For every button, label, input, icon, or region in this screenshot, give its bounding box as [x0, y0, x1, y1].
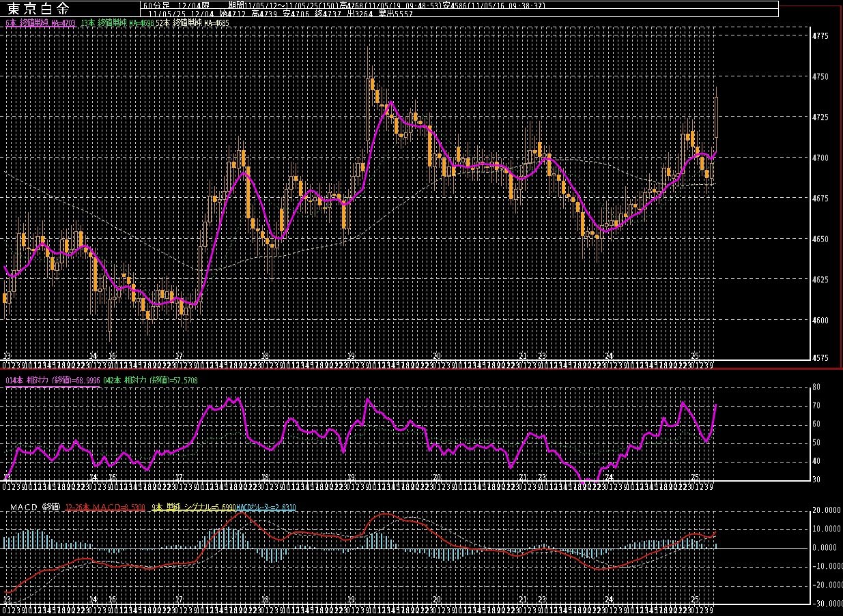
header-quote-line: 11/05/25 12/04 始4712 高4739 安4706 終4737 出… [148, 9, 399, 17]
hour-label-macd: 1 [609, 605, 614, 613]
legend-ma52[interactable]: 52本 終値単純 MA=4685 [156, 18, 243, 27]
hour-label-main: 0 [346, 361, 351, 369]
hour-label-rsi: 2 [184, 482, 188, 490]
price-axis-label: 4775 [812, 31, 831, 39]
hour-label-rsi: 0 [174, 482, 179, 490]
hour-label-rsi: 2 [614, 482, 618, 490]
hour-label-main: 2 [356, 361, 360, 369]
hour-label-macd: 0 [432, 605, 437, 613]
hour-label-rsi: 1 [351, 482, 356, 490]
date-label-macd: 14 [89, 595, 98, 603]
date-label-main: 24 [605, 351, 614, 360]
hour-label-main: 0 [690, 361, 695, 369]
rsi-axis-label: 40 [812, 456, 821, 464]
hour-label-rsi: 0 [260, 482, 265, 490]
hour-label-main: 2 [270, 361, 274, 369]
hour-label-macd: 0 [690, 605, 695, 613]
hour-label-rsi: 0 [2, 482, 7, 490]
hour-label-macd: 2 [270, 605, 274, 613]
hour-label-macd: 3 [618, 605, 623, 613]
hour-label-macd: 2 [614, 605, 618, 613]
chart-window: 東京白金 60分足 12/04限 期間11/05/12～11/05/25(150… [0, 0, 843, 616]
macd-axis-label: -20.0000 [812, 580, 843, 588]
hour-label-main: 0 [2, 361, 7, 369]
hour-label-macd: 1 [7, 605, 12, 613]
legend-rsi42[interactable]: 042本 相対力 (終値)=57.5708 [103, 376, 216, 384]
hour-label-macd: 2 [442, 605, 446, 613]
hour-label-main: 0 [518, 361, 523, 369]
legend-macd-osc[interactable]: MACDｵｼﾚｰﾀｰ=2.8310 [236, 503, 309, 511]
legend-ma13[interactable]: 13本 終値単純 MA=4698 [81, 18, 168, 27]
hour-label-macd: 1 [351, 605, 356, 613]
hour-label-macd: 1 [93, 605, 98, 613]
hour-label-macd: 3 [532, 605, 537, 613]
hour-label-main: 2 [700, 361, 704, 369]
date-label-macd: 21 [519, 595, 528, 603]
hour-label-rsi: 0 [690, 482, 695, 490]
hour-label-rsi: 1 [695, 482, 700, 490]
hour-label-macd: 0 [88, 605, 93, 613]
hour-label-rsi: 2 [700, 482, 704, 490]
hour-label-macd: 0 [174, 605, 179, 613]
hour-label-macd: 2 [700, 605, 704, 613]
legend-macd-signal[interactable]: 9本 単純 シグナル=5.6990 [152, 503, 250, 511]
hour-label-macd: 0 [518, 605, 523, 613]
rsi-axis-label: 30 [812, 474, 821, 482]
hour-label-main: 2 [614, 361, 618, 369]
date-label-main: 23 [538, 351, 547, 360]
hour-label-rsi: 3 [532, 482, 537, 490]
date-label-macd: 23 [538, 595, 547, 603]
hour-label-rsi: 9 [709, 482, 714, 490]
hour-label-main: 3 [16, 361, 21, 369]
chart-canvas[interactable] [0, 0, 843, 616]
hour-label-rsi: 0 [432, 482, 437, 490]
hour-label-main: 2 [12, 361, 16, 369]
hour-label-main: 2 [184, 361, 188, 369]
date-label-rsi: 24 [605, 473, 614, 481]
date-label-rsi: 17 [175, 473, 184, 481]
hour-label-macd: 3 [360, 605, 365, 613]
price-axis-label: 4575 [812, 353, 831, 361]
date-label-rsi: 13 [3, 473, 12, 481]
hour-label-rsi: 2 [442, 482, 446, 490]
macd-axis-label: 0.0000 [812, 542, 840, 551]
date-label-main: 13 [3, 351, 12, 360]
hour-label-main: 1 [7, 361, 12, 369]
hour-label-main: 2 [528, 361, 532, 369]
hour-label-main: 1 [351, 361, 356, 369]
hour-label-main: 1 [695, 361, 700, 369]
hour-label-macd: 2 [98, 605, 102, 613]
date-label-rsi: 19 [347, 473, 356, 481]
legend-macd-line[interactable]: 12-26本 ＭＡＣＤ=8.5300 [65, 503, 161, 511]
hour-label-rsi: 2 [356, 482, 360, 490]
price-axis-label: 4625 [812, 274, 831, 282]
hour-label-rsi: 0 [518, 482, 523, 490]
price-axis-label: 4650 [812, 234, 831, 242]
hour-label-macd: 0 [260, 605, 265, 613]
date-label-macd: 20 [433, 595, 442, 603]
price-axis-label: 4700 [812, 153, 831, 161]
legend-ma6[interactable]: 6本 終値単純 MA=4703 [5, 18, 88, 27]
rsi-axis-label: 50 [812, 437, 821, 445]
hour-label-rsi: 3 [274, 482, 279, 490]
hour-label-rsi: 2 [270, 482, 274, 490]
hour-label-rsi: 2 [98, 482, 102, 490]
legend-rsi14[interactable]: 014本 相対力 (終値)=68.9996 [5, 376, 118, 384]
hour-label-main: 0 [260, 361, 265, 369]
hour-label-macd: 1 [523, 605, 528, 613]
hour-label-main: 3 [188, 361, 193, 369]
hour-label-rsi: 1 [93, 482, 98, 490]
hour-label-macd: 1 [437, 605, 442, 613]
hour-label-main: 1 [523, 361, 528, 369]
date-label-macd: 17 [175, 595, 184, 603]
date-label-rsi: 18 [261, 473, 270, 481]
hour-label-macd: 3 [102, 605, 107, 613]
hour-label-rsi: 2 [12, 482, 16, 490]
hour-label-macd: 1 [695, 605, 700, 613]
date-label-rsi: 25 [691, 473, 700, 481]
hour-label-macd: 3 [188, 605, 193, 613]
hour-label-main: 0 [174, 361, 179, 369]
hour-label-main: 1 [93, 361, 98, 369]
hour-label-rsi: 0 [88, 482, 93, 490]
hour-label-macd: 2 [356, 605, 360, 613]
